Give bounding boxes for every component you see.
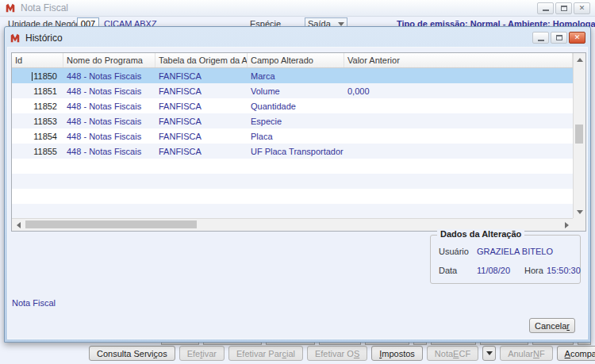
cell-campo: UF Placa Transportador (248, 147, 344, 156)
scroll-right-button[interactable] (560, 219, 573, 232)
scrollbar-corner (573, 218, 585, 231)
cell-programa: 448 - Notas Fiscais (63, 102, 155, 111)
scroll-down-button[interactable] (574, 205, 586, 218)
close-icon: ✕ (574, 34, 581, 41)
cell-programa: 448 - Notas Fiscais (63, 132, 155, 141)
empty-row (12, 174, 573, 189)
grid-header: IdNome do ProgramaTabela da Origem da Al… (12, 53, 573, 68)
cell-programa: 448 - Notas Fiscais (63, 117, 155, 126)
chevron-left-icon (17, 222, 21, 228)
dialog-window-controls: ✕ (532, 32, 585, 44)
group-title: Dados da Alteração (437, 229, 524, 239)
main-window-title: Nota Fiscal (21, 2, 68, 13)
dialog-close-button[interactable]: ✕ (569, 32, 585, 44)
dialog-minimize-button[interactable] (532, 32, 549, 44)
usuario-value: GRAZIELA BITELO (477, 247, 553, 256)
table-row[interactable]: 11851448 - Notas FiscaisFANFISCAVolume0,… (12, 83, 573, 98)
minimize-icon (543, 10, 549, 11)
dialog-maximize-button[interactable] (551, 32, 567, 44)
chevron-down-icon (338, 22, 344, 26)
cell-id: 11851 (12, 86, 63, 96)
cell-campo: Marca (248, 71, 344, 81)
cell-programa: 448 - Notas Fiscais (63, 86, 155, 96)
empty-row (12, 189, 573, 204)
maximize-icon (556, 35, 562, 40)
cell-tabela: FANFISCA (155, 147, 248, 156)
acompanh-button[interactable]: Acompanh. (557, 346, 595, 361)
minimize-icon (538, 40, 544, 41)
close-icon: ✕ (579, 5, 585, 12)
column-header-tabela-da-origem-da-alteracao[interactable]: Tabela da Origem da Alteração (155, 53, 248, 67)
historico-dialog: Histórico ✕ IdNome do ProgramaTabela da … (4, 26, 591, 343)
hora-label: Hora (524, 266, 543, 275)
usuario-label: Usuário (439, 247, 469, 256)
empty-row (12, 204, 573, 218)
scroll-up-button[interactable] (574, 53, 586, 66)
app-logo-icon (5, 2, 16, 13)
maximize-icon (561, 6, 567, 11)
cell-tabela: FANFISCA (155, 86, 248, 96)
nota-ecf-button[interactable]: Nota ECF (427, 346, 478, 361)
cell-programa: 448 - Notas Fiscais (63, 71, 155, 81)
cancel-button[interactable]: Cancelar (529, 318, 575, 333)
cell-tabela: FANFISCA (155, 71, 248, 81)
chevron-down-icon (577, 210, 583, 214)
efetivar-parcial-button[interactable]: Efetivar Parcial (228, 346, 303, 361)
cell-id: 11850 (12, 71, 63, 81)
efetivar-button[interactable]: Efetivar (179, 346, 225, 361)
column-header-campo-alterado[interactable]: Campo Alterado (248, 53, 344, 67)
cell-id: 11852 (12, 102, 63, 111)
table-row[interactable]: 11852448 - Notas FiscaisFANFISCAQuantida… (12, 98, 573, 113)
table-row[interactable]: 11855448 - Notas FiscaisFANFISCAUF Placa… (12, 144, 573, 159)
main-window-titlebar: Nota Fiscal ✕ (0, 0, 595, 17)
cell-tabela: FANFISCA (155, 117, 248, 126)
column-header-valor-anterior[interactable]: Valor Anterior (344, 53, 573, 67)
nota-ecf-dropdown-button[interactable] (482, 346, 496, 361)
cell-tabela: FANFISCA (155, 132, 248, 141)
table-row[interactable]: 11853448 - Notas FiscaisFANFISCAEspecie (12, 113, 573, 128)
cell-campo: Quantidade (248, 102, 344, 111)
dialog-titlebar[interactable]: Histórico ✕ (7, 29, 588, 47)
anular-nf-button[interactable]: Anular NF (500, 346, 552, 361)
chevron-up-icon (577, 58, 583, 62)
minimize-button[interactable] (537, 2, 554, 14)
efetivar-os-button[interactable]: Efetivar OS (307, 346, 367, 361)
cell-campo: Placa (248, 132, 344, 141)
chevron-right-icon (565, 222, 569, 228)
hora-value: 15:50:30 (547, 266, 581, 275)
dialog-title: Histórico (25, 33, 63, 44)
cell-id: 11854 (12, 132, 63, 141)
bottom-toolbar: Consulta ServiçosEfetivarEfetivar Parcia… (89, 346, 591, 362)
cell-valor: 0,000 (344, 86, 573, 96)
cell-id: 11855 (12, 147, 63, 156)
consulta-servicos-button[interactable]: Consulta Serviços (89, 346, 175, 361)
dialog-logo-icon (10, 33, 21, 44)
grid-rows: 11850448 - Notas FiscaisFANFISCAMarca118… (12, 68, 573, 218)
cell-tabela: FANFISCA (155, 102, 248, 111)
dialog-body: IdNome do ProgramaTabela da Origem da Al… (7, 47, 588, 339)
chevron-down-icon (486, 351, 493, 355)
historico-grid: IdNome do ProgramaTabela da Origem da Al… (11, 52, 586, 232)
dados-alteracao-group: Dados da Alteração Usuário GRAZIELA BITE… (430, 235, 581, 284)
table-row[interactable]: 11850448 - Notas FiscaisFANFISCAMarca (12, 68, 573, 83)
nota-fiscal-label: Nota Fiscal (12, 298, 56, 308)
vertical-scroll-thumb[interactable] (575, 125, 583, 144)
data-value: 11/08/20 (477, 266, 510, 275)
cell-campo: Volume (248, 86, 344, 96)
table-row[interactable]: 11854448 - Notas FiscaisFANFISCAPlaca (12, 128, 573, 144)
column-header-nome-do-programa[interactable]: Nome do Programa (63, 53, 155, 67)
maximize-button[interactable] (555, 2, 572, 14)
cell-campo: Especie (248, 117, 344, 126)
scroll-left-button[interactable] (12, 219, 25, 232)
close-button[interactable]: ✕ (574, 2, 590, 14)
cell-id: 11853 (12, 117, 63, 126)
data-label: Data (439, 266, 457, 275)
cell-programa: 448 - Notas Fiscais (63, 147, 155, 156)
app-screen: Nota Fiscal ✕ Unidade de Negócio CICAM A… (0, 0, 595, 364)
vertical-scrollbar[interactable] (573, 53, 585, 218)
empty-row (12, 159, 573, 174)
impostos-button[interactable]: Impostos (371, 346, 423, 361)
main-window-controls: ✕ (537, 2, 590, 14)
horizontal-scroll-thumb[interactable] (25, 220, 197, 228)
column-header-id[interactable]: Id (12, 53, 63, 67)
